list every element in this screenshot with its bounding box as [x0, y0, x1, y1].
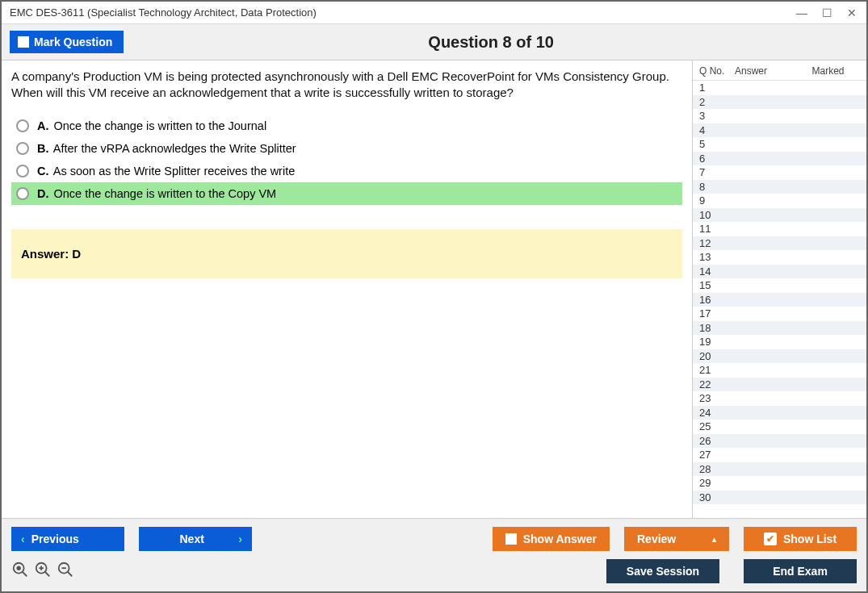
option-D[interactable]: D. Once the change is written to the Cop…: [11, 182, 682, 205]
end-exam-button[interactable]: End Exam: [744, 559, 857, 583]
list-row[interactable]: 9: [693, 194, 866, 208]
option-text: A. Once the change is written to the Jou…: [37, 119, 266, 132]
save-session-label: Save Session: [627, 565, 699, 578]
window-controls: — ☐ ✕: [796, 6, 862, 19]
list-row[interactable]: 5: [693, 137, 866, 152]
dropdown-arrow-icon: ▴: [712, 535, 716, 544]
svg-line-4: [45, 571, 50, 576]
option-text: B. After the vRPA acknowledges the Write…: [37, 142, 296, 155]
list-row[interactable]: 6: [693, 152, 866, 166]
radio-icon: [16, 187, 29, 200]
question-list[interactable]: 1234567891011121314151617181920212223242…: [693, 81, 866, 518]
show-answer-button[interactable]: Show Answer: [493, 527, 610, 551]
next-label: Next: [152, 532, 232, 545]
list-row[interactable]: 15: [693, 278, 866, 293]
list-row[interactable]: 4: [693, 123, 866, 138]
chevron-right-icon: ›: [238, 532, 242, 545]
zoom-in-icon[interactable]: [34, 561, 52, 583]
list-row[interactable]: 30: [693, 491, 866, 505]
question-text: A company's Production VM is being prote…: [11, 69, 682, 102]
save-session-button[interactable]: Save Session: [606, 559, 719, 583]
list-row[interactable]: 19: [693, 335, 866, 349]
list-row[interactable]: 26: [693, 434, 866, 449]
svg-point-2: [17, 566, 20, 570]
list-row[interactable]: 12: [693, 236, 866, 251]
show-list-label: Show List: [783, 532, 837, 545]
next-button[interactable]: Next ›: [139, 527, 252, 551]
list-row[interactable]: 3: [693, 109, 866, 123]
chevron-left-icon: ‹: [21, 532, 25, 545]
answer-box: Answer: D: [11, 229, 682, 278]
list-row[interactable]: 21: [693, 363, 866, 378]
radio-icon: [16, 119, 29, 132]
review-button[interactable]: Review ▴: [624, 527, 729, 551]
list-row[interactable]: 27: [693, 448, 866, 462]
list-row[interactable]: 22: [693, 378, 866, 392]
checkbox-icon: [18, 36, 29, 48]
maximize-icon[interactable]: ☐: [822, 6, 832, 19]
end-exam-label: End Exam: [773, 565, 828, 578]
show-answer-label: Show Answer: [523, 532, 597, 545]
list-row[interactable]: 28: [693, 462, 866, 477]
footer-row-1: ‹ Previous Next › Show Answer Review ▴ ✔…: [11, 527, 857, 551]
svg-line-1: [23, 571, 27, 576]
mark-question-button[interactable]: Mark Question: [10, 31, 124, 53]
app-window: { "titlebar": { "title": "EMC DES-3611 (…: [0, 0, 868, 593]
previous-label: Previous: [31, 532, 79, 545]
col-m-header: Marked: [793, 65, 863, 77]
list-row[interactable]: 14: [693, 265, 866, 279]
list-row[interactable]: 13: [693, 250, 866, 265]
body: A company's Production VM is being prote…: [2, 61, 866, 518]
list-row[interactable]: 18: [693, 321, 866, 336]
zoom-reset-icon[interactable]: [11, 561, 29, 583]
list-row[interactable]: 29: [693, 476, 866, 491]
window-title: EMC DES-3611 (Specialist Technology Arch…: [6, 6, 796, 19]
titlebar: EMC DES-3611 (Specialist Technology Arch…: [2, 2, 866, 24]
list-row[interactable]: 16: [693, 293, 866, 307]
list-header: Q No. Answer Marked: [693, 61, 866, 81]
footer: ‹ Previous Next › Show Answer Review ▴ ✔…: [2, 518, 866, 591]
question-area: A company's Production VM is being prote…: [2, 61, 692, 518]
question-header: Mark Question Question 8 of 10: [2, 24, 866, 61]
list-row[interactable]: 10: [693, 208, 866, 223]
zoom-out-icon[interactable]: [57, 561, 74, 583]
list-row[interactable]: 1: [693, 81, 866, 95]
show-list-button[interactable]: ✔ Show List: [744, 527, 857, 551]
list-row[interactable]: 23: [693, 391, 866, 406]
mark-question-label: Mark Question: [34, 35, 112, 48]
list-row[interactable]: 20: [693, 349, 866, 364]
option-text: C. As soon as the Write Splitter receive…: [37, 165, 295, 177]
option-text: D. Once the change is written to the Cop…: [37, 187, 276, 200]
options-list: A. Once the change is written to the Jou…: [11, 115, 682, 205]
list-row[interactable]: 24: [693, 406, 866, 420]
close-icon[interactable]: ✕: [847, 6, 857, 19]
list-row[interactable]: 17: [693, 307, 866, 321]
question-number-title: Question 8 of 10: [124, 33, 858, 52]
svg-line-8: [68, 571, 73, 576]
list-row[interactable]: 11: [693, 222, 866, 236]
list-row[interactable]: 25: [693, 420, 866, 434]
option-A[interactable]: A. Once the change is written to the Jou…: [11, 115, 682, 137]
option-B[interactable]: B. After the vRPA acknowledges the Write…: [11, 137, 682, 160]
list-row[interactable]: 7: [693, 165, 866, 180]
question-list-panel: Q No. Answer Marked 12345678910111213141…: [692, 61, 866, 518]
radio-icon: [16, 165, 29, 177]
previous-button[interactable]: ‹ Previous: [11, 527, 124, 551]
checkbox-icon: [505, 533, 517, 545]
col-a-header: Answer: [735, 65, 793, 77]
check-icon: ✔: [764, 532, 777, 545]
review-label: Review: [637, 532, 676, 545]
minimize-icon[interactable]: —: [796, 6, 807, 19]
option-C[interactable]: C. As soon as the Write Splitter receive…: [11, 160, 682, 182]
list-row[interactable]: 2: [693, 95, 866, 110]
col-q-header: Q No.: [699, 65, 735, 77]
radio-icon: [16, 142, 29, 155]
list-row[interactable]: 8: [693, 180, 866, 194]
footer-row-2: Save Session End Exam: [11, 559, 857, 583]
